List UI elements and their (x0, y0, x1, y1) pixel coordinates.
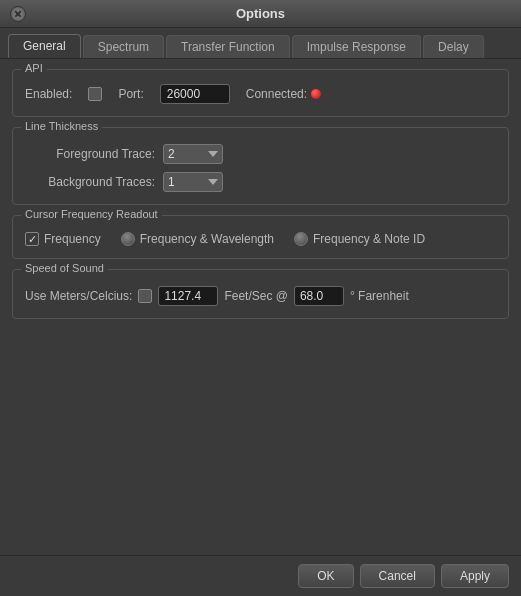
speed-of-sound-row: Use Meters/Celcius: Feet/Sec @ ° Farenhe… (25, 286, 496, 306)
background-traces-select[interactable]: 1 2 3 4 (163, 172, 223, 192)
api-section: API Enabled: Port: Connected: (12, 69, 509, 117)
cfr-freq-wavelength-option[interactable]: Frequency & Wavelength (121, 232, 274, 246)
sos-temp-input[interactable] (294, 286, 344, 306)
api-connected-group: Connected: (246, 87, 321, 101)
sos-use-label: Use Meters/Celcius: (25, 289, 132, 303)
foreground-trace-row: Foreground Trace: 1 2 3 4 (25, 144, 496, 164)
ok-button[interactable]: OK (298, 564, 353, 588)
sos-use-checkbox[interactable] (138, 289, 152, 303)
cfr-freq-wavelength-label: Frequency & Wavelength (140, 232, 274, 246)
spacer (12, 329, 509, 545)
close-button[interactable] (10, 6, 26, 22)
line-thickness-section: Line Thickness Foreground Trace: 1 2 3 4… (12, 127, 509, 205)
cfr-frequency-label: Frequency (44, 232, 101, 246)
window-title: Options (236, 6, 285, 21)
speed-of-sound-title: Speed of Sound (21, 262, 108, 274)
apply-button[interactable]: Apply (441, 564, 509, 588)
api-connected-label: Connected: (246, 87, 307, 101)
cfr-freq-noteid-radio[interactable] (294, 232, 308, 246)
sos-unit-label: Feet/Sec @ (224, 289, 288, 303)
cfr-frequency-option[interactable]: ✓ Frequency (25, 232, 101, 246)
sos-temp-unit: ° Farenheit (350, 289, 409, 303)
speed-of-sound-section: Speed of Sound Use Meters/Celcius: Feet/… (12, 269, 509, 319)
tab-general[interactable]: General (8, 34, 81, 58)
cancel-button[interactable]: Cancel (360, 564, 435, 588)
api-port-label: Port: (118, 87, 143, 101)
main-content: API Enabled: Port: Connected: Line Thick… (0, 59, 521, 555)
cfr-frequency-check[interactable]: ✓ (25, 232, 39, 246)
cfr-freq-noteid-label: Frequency & Note ID (313, 232, 425, 246)
foreground-trace-label: Foreground Trace: (25, 147, 155, 161)
title-bar: Options (0, 0, 521, 28)
cfr-freq-wavelength-radio[interactable] (121, 232, 135, 246)
api-enabled-label: Enabled: (25, 87, 72, 101)
tab-transfer-function[interactable]: Transfer Function (166, 35, 290, 58)
foreground-trace-select[interactable]: 1 2 3 4 (163, 144, 223, 164)
footer: OK Cancel Apply (0, 555, 521, 596)
sos-speed-input[interactable] (158, 286, 218, 306)
tab-spectrum[interactable]: Spectrum (83, 35, 164, 58)
cfr-freq-noteid-option[interactable]: Frequency & Note ID (294, 232, 425, 246)
api-row: Enabled: Port: Connected: (25, 84, 496, 104)
api-section-title: API (21, 62, 47, 74)
background-traces-row: Background Traces: 1 2 3 4 (25, 172, 496, 192)
api-port-input[interactable] (160, 84, 230, 104)
api-enabled-checkbox[interactable] (88, 87, 102, 101)
line-thickness-title: Line Thickness (21, 120, 102, 132)
cursor-frequency-title: Cursor Frequency Readout (21, 208, 162, 220)
tab-bar: General Spectrum Transfer Function Impul… (0, 28, 521, 59)
cursor-frequency-options: ✓ Frequency Frequency & Wavelength Frequ… (25, 232, 496, 246)
api-connected-indicator (311, 89, 321, 99)
cursor-frequency-section: Cursor Frequency Readout ✓ Frequency Fre… (12, 215, 509, 259)
background-traces-label: Background Traces: (25, 175, 155, 189)
tab-impulse-response[interactable]: Impulse Response (292, 35, 421, 58)
tab-delay[interactable]: Delay (423, 35, 484, 58)
